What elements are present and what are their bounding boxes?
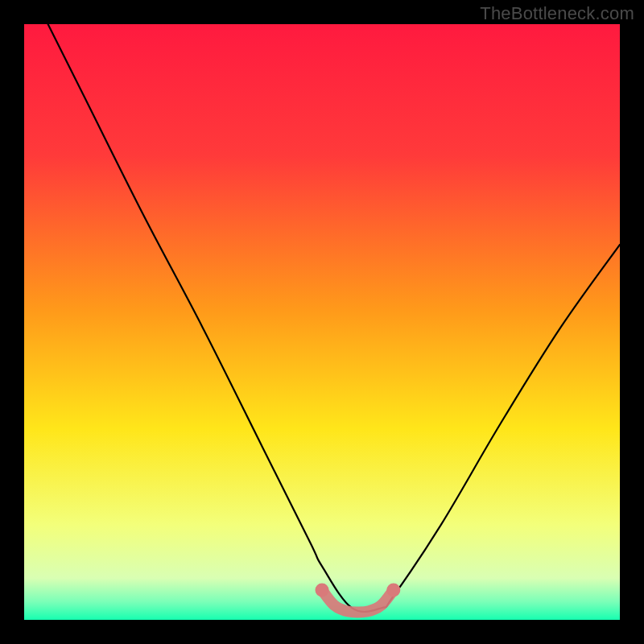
chart-svg bbox=[24, 24, 620, 620]
plot-area bbox=[24, 24, 620, 620]
sweet-spot-endpoint bbox=[386, 584, 400, 597]
chart-frame: TheBottleneck.com bbox=[0, 0, 644, 644]
sweet-spot-band bbox=[322, 590, 394, 612]
sweet-spot-endpoint bbox=[316, 584, 329, 597]
bottleneck-curve bbox=[48, 24, 620, 612]
watermark-label: TheBottleneck.com bbox=[480, 3, 634, 24]
